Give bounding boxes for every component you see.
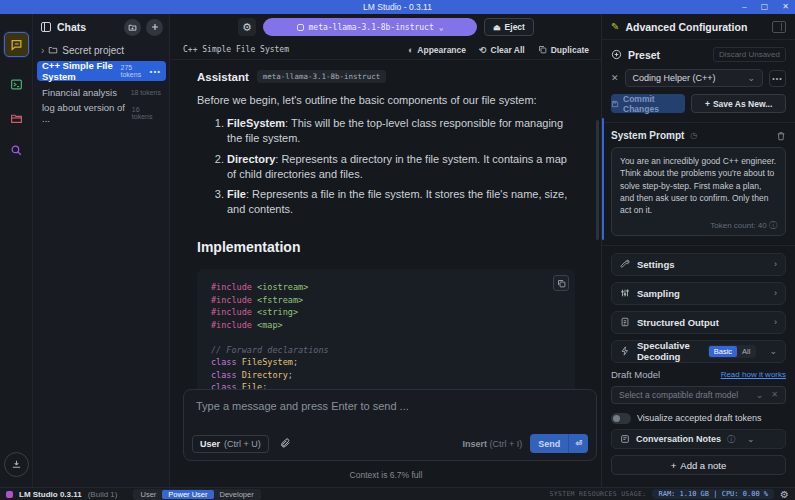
new-folder-button[interactable] bbox=[124, 19, 141, 36]
terminal-icon bbox=[10, 78, 23, 91]
folder-name: Secret project bbox=[62, 45, 124, 56]
chat-token-count: 275 tokens bbox=[121, 64, 146, 78]
nav-chat-button[interactable] bbox=[4, 32, 29, 57]
new-chat-button[interactable] bbox=[146, 19, 163, 36]
list-item: Directory: Represents a directory in the… bbox=[227, 152, 575, 182]
model-settings-button[interactable]: ⚙ bbox=[238, 18, 256, 36]
send-button[interactable]: Send ⏎ bbox=[530, 434, 588, 453]
preset-select[interactable]: Coding Helper (C++) ⌄ bbox=[625, 69, 763, 87]
section-sampling[interactable]: Sampling › bbox=[611, 282, 786, 305]
visualize-tokens-label: Visualize accepted draft tokens bbox=[637, 413, 761, 423]
nav-discover-button[interactable] bbox=[4, 138, 29, 163]
clear-all-label: Clear All bbox=[491, 45, 525, 55]
settings-gear-icon[interactable]: ⚙ bbox=[780, 489, 789, 500]
chevron-down-icon: ⌄ bbox=[439, 23, 444, 32]
code-block: #include <iostream>#include <fstream>#in… bbox=[197, 269, 575, 401]
mode-power-user[interactable]: Power User bbox=[162, 490, 213, 499]
eject-model-button[interactable]: ⏏ Eject bbox=[484, 18, 534, 36]
section-structured-output[interactable]: Structured Output › bbox=[611, 311, 786, 334]
nav-developer-button[interactable] bbox=[4, 72, 29, 97]
message-composer[interactable]: Type a message and press Enter to send .… bbox=[183, 389, 597, 461]
duplicate-button[interactable]: Duplicate bbox=[538, 45, 589, 55]
spec-decoding-mode-toggle[interactable]: Basic All bbox=[708, 345, 757, 358]
chat-item-financial-analysis[interactable]: Financial analysis 18 tokens bbox=[37, 82, 166, 102]
maximize-icon[interactable]: ▢ bbox=[761, 3, 769, 11]
section-label: Structured Output bbox=[637, 317, 719, 328]
copy-code-button[interactable] bbox=[553, 275, 569, 291]
titlebar: LM Studio - 0.3.11 – ▢ ✕ bbox=[0, 0, 795, 14]
mode-all[interactable]: All bbox=[737, 346, 755, 357]
chat-token-count: 18 tokens bbox=[131, 89, 161, 96]
close-icon[interactable]: ✕ bbox=[782, 3, 789, 11]
resources-usage-value[interactable]: RAM: 1.10 GB | CPU: 0.00 % bbox=[652, 489, 774, 499]
message-role: Assistant bbox=[197, 71, 249, 83]
section-settings[interactable]: Settings › bbox=[611, 253, 786, 276]
preset-options-button[interactable]: ••• bbox=[769, 70, 786, 87]
read-how-it-works-link[interactable]: Read how it works bbox=[721, 370, 786, 379]
search-icon bbox=[10, 144, 23, 157]
mode-developer[interactable]: Developer bbox=[214, 490, 260, 499]
role-selector-button[interactable]: User (Ctrl + U) bbox=[192, 435, 269, 453]
chat-item-log-version[interactable]: log about version of ... 16 tokens bbox=[37, 103, 166, 123]
wrench-icon bbox=[620, 259, 630, 269]
nav-rail bbox=[0, 14, 33, 487]
chat-title-row: C++ Simple File System ◐ Appearance ⟲ Cl… bbox=[171, 40, 601, 60]
commit-label: Commit Changes bbox=[623, 94, 685, 114]
chat-item-title: log about version of ... bbox=[42, 102, 132, 124]
insert-button[interactable]: Insert (Ctrl + I) bbox=[463, 439, 523, 449]
attach-file-button[interactable] bbox=[277, 435, 295, 453]
loaded-model-name: meta-llama-3.1-8b-instruct bbox=[309, 23, 434, 32]
pencil-icon: ✎ bbox=[611, 21, 619, 32]
section-label: Sampling bbox=[637, 288, 680, 299]
chat-item-title: C++ Simple File System bbox=[42, 60, 121, 82]
trash-icon[interactable] bbox=[776, 131, 786, 141]
add-note-button[interactable]: + Add a note bbox=[611, 455, 786, 475]
folder-icon bbox=[48, 45, 58, 55]
panel-title: Advanced Configuration bbox=[625, 21, 747, 33]
loaded-model-selector[interactable]: meta-llama-3.1-8b-instruct ⌄ bbox=[263, 18, 477, 36]
chat-options-icon[interactable]: ••• bbox=[150, 67, 161, 76]
collapse-panel-icon[interactable] bbox=[772, 21, 786, 33]
appearance-label: Appearance bbox=[417, 45, 466, 55]
save-as-new-button[interactable]: + Save As New... bbox=[691, 94, 786, 113]
message-area: Assistant meta-llama-3.1-8b-instruct Bef… bbox=[171, 60, 601, 401]
visualize-tokens-toggle[interactable] bbox=[611, 413, 631, 424]
send-enter-icon: ⏎ bbox=[569, 439, 588, 448]
nav-models-button[interactable] bbox=[4, 106, 29, 131]
save-as-new-label: Save As New... bbox=[713, 99, 772, 109]
mode-basic[interactable]: Basic bbox=[709, 346, 737, 357]
panel-scroll-indicator[interactable] bbox=[602, 118, 604, 240]
token-count: Token count: 40 ⓘ bbox=[620, 220, 777, 231]
system-prompt-label: System Prompt bbox=[611, 130, 684, 141]
app-version: LM Studio 0.3.11 bbox=[19, 490, 82, 499]
clear-all-button[interactable]: ⟲ Clear All bbox=[479, 45, 525, 55]
clear-draft-icon[interactable]: ✕ bbox=[771, 390, 778, 399]
chat-item-cpp-simple-file-system[interactable]: C++ Simple File System 275 tokens ••• bbox=[37, 61, 166, 81]
commit-changes-button[interactable]: Commit Changes bbox=[611, 94, 685, 113]
chats-header-title: Chats bbox=[57, 21, 86, 33]
mode-user[interactable]: User bbox=[134, 490, 162, 499]
sidebar-folder-secret-project[interactable]: › Secret project bbox=[34, 40, 169, 60]
section-label: Settings bbox=[637, 259, 674, 270]
appearance-button[interactable]: ◐ Appearance bbox=[408, 45, 466, 55]
conversation-notes-section[interactable]: Conversation Notes ⓘ ⌄ bbox=[611, 429, 786, 449]
draft-model-select[interactable]: Select a compatible draft model ⌄ ✕ bbox=[611, 386, 786, 404]
section-speculative-decoding[interactable]: Speculative Decoding Basic All ⌄ bbox=[611, 340, 786, 363]
downloads-button[interactable] bbox=[4, 452, 29, 477]
clear-preset-icon[interactable]: ✕ bbox=[611, 73, 619, 83]
code-block-content: #include <iostream>#include <fstream>#in… bbox=[211, 281, 561, 401]
system-prompt-box[interactable]: You are an incredibly good C++ engineer.… bbox=[611, 147, 786, 236]
list-item: File: Represents a file in the file syst… bbox=[227, 187, 575, 217]
window-title: LM Studio - 0.3.11 bbox=[363, 2, 432, 12]
chat-bubble-icon bbox=[10, 38, 23, 51]
message-intro: Before we begin, let's outline the basic… bbox=[197, 94, 575, 106]
info-icon: ⓘ bbox=[727, 434, 735, 445]
implementation-heading: Implementation bbox=[197, 239, 575, 255]
minimize-icon[interactable]: – bbox=[742, 3, 746, 11]
user-mode-switcher[interactable]: User Power User Developer bbox=[133, 489, 260, 500]
chat-scrollbar[interactable] bbox=[596, 120, 599, 240]
discard-unsaved-button[interactable]: Discard Unsaved bbox=[713, 47, 786, 62]
speculative-decoding-icon bbox=[620, 346, 630, 356]
sliders-icon bbox=[620, 288, 630, 298]
list-item: FileSystem: This will be the top-level c… bbox=[227, 116, 575, 146]
